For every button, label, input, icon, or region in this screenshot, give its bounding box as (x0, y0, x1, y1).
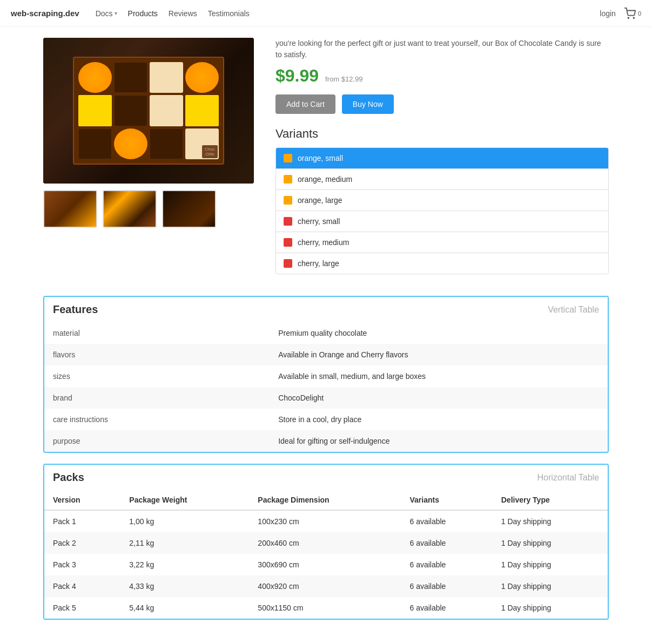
packs-thead: VersionPackage WeightPackage DimensionVa… (44, 490, 608, 510)
nav-links: Docs ▾ Products Reviews Testimonials (96, 9, 600, 18)
table-row: Pack 22,11 kg200x460 cm6 available1 Day … (44, 532, 608, 554)
choc-piece (114, 95, 147, 126)
main-product-image[interactable]: ChocOlite (43, 38, 254, 184)
nav-link-products[interactable]: Products (128, 9, 158, 18)
nav-link-docs[interactable]: Docs ▾ (96, 9, 117, 18)
thumbnail-row (43, 190, 254, 228)
thumbnail-2[interactable] (103, 190, 157, 228)
table-row: brandChocoDelight (44, 387, 608, 409)
packs-cell: Pack 4 (44, 575, 120, 597)
feature-value: ChocoDelight (270, 387, 608, 409)
packs-cell: 1 Day shipping (493, 575, 608, 597)
product-images: ChocOlite (43, 38, 254, 274)
variant-item-cherry-medium[interactable]: cherry, medium (276, 232, 608, 253)
packs-cell: 6 available (401, 597, 492, 619)
thumbnail-1[interactable] (43, 190, 97, 228)
variant-color-swatch (284, 259, 292, 268)
table-row: Pack 55,44 kg500x1150 cm6 available1 Day… (44, 597, 608, 619)
choc-piece (150, 95, 183, 126)
product-info: you're looking for the perfect gift or j… (275, 38, 609, 274)
nav-item-testimonials[interactable]: Testimonials (208, 9, 250, 18)
thumb1-img (44, 191, 96, 227)
variant-color-swatch (284, 196, 292, 205)
product-price: $9.99 (275, 66, 319, 86)
chevron-down-icon: ▾ (115, 10, 117, 16)
packs-cell: 2,11 kg (120, 532, 249, 554)
table-row: Pack 44,33 kg400x920 cm6 available1 Day … (44, 575, 608, 597)
feature-key: flavors (44, 344, 270, 365)
buy-now-button[interactable]: Buy Now (342, 94, 394, 114)
packs-table: VersionPackage WeightPackage DimensionVa… (44, 490, 608, 619)
variant-label: orange, small (298, 154, 343, 162)
features-title: Features (53, 303, 98, 316)
variant-label: orange, large (298, 196, 342, 205)
packs-title: Packs (53, 471, 84, 484)
variant-color-swatch (284, 238, 292, 247)
packs-column-header: Package Weight (120, 490, 249, 510)
nav-item-docs[interactable]: Docs ▾ (96, 9, 117, 18)
chocolate-box: ChocOlite (73, 57, 224, 165)
feature-key: purpose (44, 430, 270, 452)
variant-item-cherry-small[interactable]: cherry, small (276, 211, 608, 232)
variant-item-orange-small[interactable]: orange, small (276, 148, 608, 169)
packs-cell: 500x1150 cm (249, 597, 401, 619)
thumb3-img (163, 191, 215, 227)
choc-piece (78, 95, 112, 126)
packs-cell: 1 Day shipping (493, 532, 608, 554)
packs-cell: Pack 5 (44, 597, 120, 619)
variant-color-swatch (284, 175, 292, 184)
packs-cell: 5,44 kg (120, 597, 249, 619)
feature-key: care instructions (44, 409, 270, 430)
packs-cell: 200x460 cm (249, 532, 401, 554)
choc-label: ChocOlite (202, 145, 218, 158)
table-row: materialPremium quality chocolate (44, 322, 608, 344)
choc-piece (78, 62, 112, 93)
feature-value: Store in a cool, dry place (270, 409, 608, 430)
variant-item-orange-large[interactable]: orange, large (276, 190, 608, 211)
variant-label: cherry, medium (298, 238, 349, 247)
packs-header-row: VersionPackage WeightPackage DimensionVa… (44, 490, 608, 510)
product-price-from: from $12.99 (325, 75, 362, 83)
price-row: $9.99 from $12.99 (275, 66, 609, 86)
packs-cell: Pack 1 (44, 510, 120, 532)
nav-link-reviews[interactable]: Reviews (169, 9, 197, 18)
cart-count: 0 (638, 10, 641, 17)
product-image-placeholder: ChocOlite (43, 38, 254, 184)
features-table-type: Vertical Table (548, 305, 599, 315)
nav-link-testimonials[interactable]: Testimonials (208, 9, 250, 18)
packs-cell: 4,33 kg (120, 575, 249, 597)
packs-cell: 1,00 kg (120, 510, 249, 532)
nav-item-products[interactable]: Products (128, 9, 158, 18)
packs-cell: Pack 3 (44, 554, 120, 575)
variants-title: Variants (275, 127, 609, 141)
feature-value: Ideal for gifting or self-indulgence (270, 430, 608, 452)
variant-color-swatch (284, 217, 292, 226)
variant-label: cherry, small (298, 217, 340, 226)
variant-item-cherry-large[interactable]: cherry, large (276, 253, 608, 274)
packs-tbody: Pack 11,00 kg100x230 cm6 available1 Day … (44, 510, 608, 619)
cart-icon[interactable]: 0 (624, 8, 641, 19)
svg-point-0 (628, 17, 629, 18)
packs-cell: 300x690 cm (249, 554, 401, 575)
table-row: Pack 11,00 kg100x230 cm6 available1 Day … (44, 510, 608, 532)
feature-value: Available in Orange and Cherry flavors (270, 344, 608, 365)
packs-cell: Pack 2 (44, 532, 120, 554)
variant-item-orange-medium[interactable]: orange, medium (276, 169, 608, 190)
cart-svg (624, 8, 636, 19)
nav-item-reviews[interactable]: Reviews (169, 9, 197, 18)
choc-piece (150, 128, 183, 159)
product-description: you're looking for the perfect gift or j… (275, 38, 609, 60)
tables-section: Features Vertical Table materialPremium … (0, 296, 652, 620)
table-row: sizesAvailable in small, medium, and lar… (44, 365, 608, 387)
thumbnail-3[interactable] (162, 190, 216, 228)
packs-cell: 100x230 cm (249, 510, 401, 532)
login-link[interactable]: login (600, 9, 616, 18)
packs-cell: 400x920 cm (249, 575, 401, 597)
nav-brand[interactable]: web-scraping.dev (11, 9, 79, 18)
choc-piece (150, 62, 183, 93)
feature-key: material (44, 322, 270, 344)
features-table-container: Features Vertical Table materialPremium … (43, 296, 609, 453)
features-table: materialPremium quality chocolateflavors… (44, 322, 608, 452)
packs-cell: 1 Day shipping (493, 554, 608, 575)
add-to-cart-button[interactable]: Add to Cart (275, 94, 335, 114)
